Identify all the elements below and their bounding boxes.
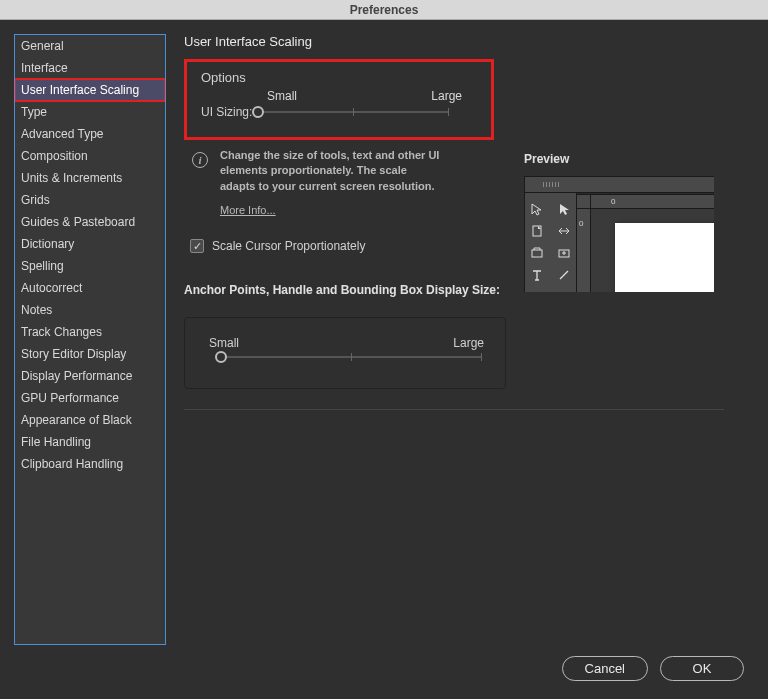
anchor-slider-thumb[interactable] xyxy=(215,351,227,363)
ruler-corner xyxy=(577,195,591,209)
svg-line-3 xyxy=(560,271,568,279)
sidebar-item-autocorrect[interactable]: Autocorrect xyxy=(15,277,165,299)
line-tool-icon xyxy=(552,265,577,285)
preview-topbar xyxy=(525,177,714,193)
dialog-title: Preferences xyxy=(0,0,768,20)
sidebar-item-dictionary[interactable]: Dictionary xyxy=(15,233,165,255)
more-info-link[interactable]: More Info... xyxy=(220,204,276,216)
info-text: Change the size of tools, text and other… xyxy=(220,148,445,194)
cancel-button[interactable]: Cancel xyxy=(562,656,648,681)
anchor-size-slider[interactable] xyxy=(221,356,481,358)
selection-tool-icon xyxy=(525,199,550,219)
sidebar-item-file-handling[interactable]: File Handling xyxy=(15,431,165,453)
preferences-sidebar: GeneralInterfaceUser Interface ScalingTy… xyxy=(14,34,166,645)
preview-canvas xyxy=(591,209,714,292)
sidebar-item-units-increments[interactable]: Units & Increments xyxy=(15,167,165,189)
grip-icon xyxy=(543,182,559,187)
svg-rect-0 xyxy=(533,226,541,236)
ruler-vertical: 0 xyxy=(577,209,591,292)
sidebar-item-gpu-performance[interactable]: GPU Performance xyxy=(15,387,165,409)
divider xyxy=(184,409,724,410)
content-collector-icon xyxy=(525,243,550,263)
sidebar-item-interface[interactable]: Interface xyxy=(15,57,165,79)
sidebar-item-advanced-type[interactable]: Advanced Type xyxy=(15,123,165,145)
info-icon: i xyxy=(192,152,208,168)
sidebar-item-grids[interactable]: Grids xyxy=(15,189,165,211)
sidebar-item-guides-pasteboard[interactable]: Guides & Pasteboard xyxy=(15,211,165,233)
sidebar-item-track-changes[interactable]: Track Changes xyxy=(15,321,165,343)
slider-small-label: Small xyxy=(267,89,297,103)
page-title: User Interface Scaling xyxy=(184,34,754,49)
content-placer-icon xyxy=(552,243,577,263)
preferences-content: User Interface Scaling Options Small Lar… xyxy=(166,34,754,645)
sidebar-item-type[interactable]: Type xyxy=(15,101,165,123)
gap-tool-icon xyxy=(552,221,577,241)
scale-cursor-checkbox[interactable]: ✓ xyxy=(190,239,204,253)
preview-box: ×Adobe.indd @ 100% 0 0 xyxy=(524,176,714,292)
options-group: Options Small Large UI Sizing: xyxy=(184,59,494,140)
type-tool-icon xyxy=(525,265,550,285)
options-legend: Options xyxy=(201,70,477,85)
preview-page xyxy=(615,223,714,292)
sidebar-item-user-interface-scaling[interactable]: User Interface Scaling xyxy=(15,79,165,101)
sidebar-item-clipboard-handling[interactable]: Clipboard Handling xyxy=(15,453,165,475)
ui-sizing-slider[interactable] xyxy=(258,111,448,113)
sidebar-item-general[interactable]: General xyxy=(15,35,165,57)
anchor-small-label: Small xyxy=(209,336,239,350)
ui-sizing-label: UI Sizing: xyxy=(201,105,252,119)
svg-rect-1 xyxy=(532,250,542,257)
ok-button[interactable]: OK xyxy=(660,656,744,681)
slider-thumb[interactable] xyxy=(252,106,264,118)
scale-cursor-label: Scale Cursor Proportionately xyxy=(212,239,365,253)
page-tool-icon xyxy=(525,221,550,241)
anchor-large-label: Large xyxy=(453,336,484,350)
preview-label: Preview xyxy=(524,152,714,166)
direct-selection-tool-icon xyxy=(552,199,577,219)
sidebar-item-story-editor-display[interactable]: Story Editor Display xyxy=(15,343,165,365)
sidebar-item-notes[interactable]: Notes xyxy=(15,299,165,321)
sidebar-item-appearance-of-black[interactable]: Appearance of Black xyxy=(15,409,165,431)
preview-tools xyxy=(525,177,577,292)
anchor-section-title: Anchor Points, Handle and Bounding Box D… xyxy=(184,283,506,297)
slider-large-label: Large xyxy=(431,89,462,103)
anchor-group: Small Large xyxy=(184,317,506,389)
sidebar-item-composition[interactable]: Composition xyxy=(15,145,165,167)
ruler-horizontal: 0 xyxy=(591,195,714,209)
sidebar-item-display-performance[interactable]: Display Performance xyxy=(15,365,165,387)
sidebar-item-spelling[interactable]: Spelling xyxy=(15,255,165,277)
